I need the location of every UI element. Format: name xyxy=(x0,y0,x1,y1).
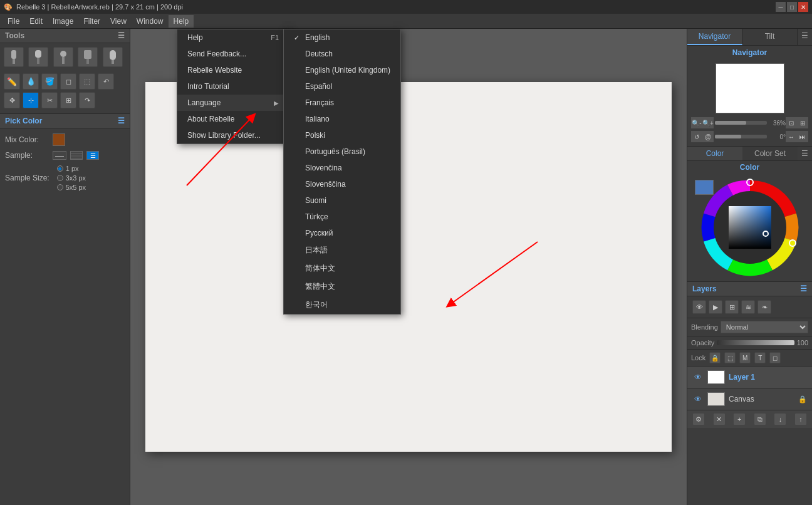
lock-paint-icon[interactable]: ◻ xyxy=(769,352,781,363)
menu-view[interactable]: View xyxy=(105,15,132,28)
color-wheel[interactable] xyxy=(700,177,800,278)
lang-suomi[interactable]: Suomi xyxy=(284,192,400,209)
fit-canvas-button[interactable]: ⊡ xyxy=(786,117,797,128)
tool-undo[interactable]: ↶ xyxy=(98,73,114,90)
tool-shape[interactable]: ◻ xyxy=(60,73,76,90)
lang-english[interactable]: ✓ English xyxy=(284,29,400,46)
sample-1px[interactable]: 1 px xyxy=(57,165,86,172)
help-item-language[interactable]: Language ▶ xyxy=(177,95,289,111)
zoom-slider[interactable] xyxy=(715,121,767,125)
tool-pen[interactable]: ✏️ xyxy=(4,73,20,90)
lang-francais[interactable]: Français xyxy=(284,95,400,111)
menu-file[interactable]: File xyxy=(3,15,24,28)
layer-delete-button[interactable]: ✕ xyxy=(713,413,726,425)
help-item-help[interactable]: Help F1 xyxy=(177,29,289,46)
layer-row[interactable]: 👁 Layer 1 xyxy=(687,367,812,388)
fit-window-button[interactable]: ⊞ xyxy=(797,117,808,128)
nav-menu-icon[interactable]: ☰ xyxy=(798,29,812,45)
pickcolor-menu-icon[interactable]: ☰ xyxy=(118,117,125,125)
layers-menu-icon[interactable]: ☰ xyxy=(800,284,807,293)
tool-brush5[interactable] xyxy=(103,47,123,67)
tool-scissors[interactable]: ✂ xyxy=(41,92,58,108)
minimize-button[interactable]: ─ xyxy=(776,2,786,12)
lang-italiano[interactable]: Italiano xyxy=(284,111,400,127)
sample-3px[interactable]: 3x3 px xyxy=(57,174,86,182)
sample-lines-icon[interactable] xyxy=(70,151,83,160)
layer-icon-merge[interactable]: ⊞ xyxy=(725,300,739,314)
flip-h-button[interactable]: ↔ xyxy=(786,131,797,142)
tool-fill[interactable]: 🪣 xyxy=(41,73,58,90)
tool-move[interactable]: ✥ xyxy=(4,92,20,108)
help-item-website[interactable]: Rebelle Website xyxy=(177,62,289,78)
zoom-in-button[interactable]: 🔍+ xyxy=(702,117,714,128)
canvas-row[interactable]: 👁 Canvas 🔒 xyxy=(687,388,812,410)
tool-eyedropper[interactable]: 💧 xyxy=(23,73,39,90)
layer-icon-dry[interactable]: ≋ xyxy=(741,300,755,314)
tool-redo[interactable]: ↷ xyxy=(79,92,95,108)
lang-slovencina[interactable]: Slovenčina xyxy=(284,160,400,176)
tool-transform[interactable]: ⊞ xyxy=(60,92,76,108)
mix-color-swatch[interactable] xyxy=(53,133,65,146)
lock-all-icon[interactable]: 🔒 xyxy=(709,352,721,363)
lang-portugues[interactable]: Português (Brasil) xyxy=(284,143,400,160)
rotate-left-button[interactable]: ↺ xyxy=(691,131,702,142)
zoom-out-button[interactable]: 🔍- xyxy=(691,117,702,128)
rotation-slider[interactable] xyxy=(715,135,767,138)
help-item-about[interactable]: About Rebelle xyxy=(177,111,289,127)
blending-select[interactable]: Normal Multiply Screen Overlay xyxy=(721,321,808,333)
lang-chinese-traditional[interactable]: 繁體中文 xyxy=(284,278,400,296)
lang-slovenscina[interactable]: Slovenščina xyxy=(284,176,400,192)
tools-menu-icon[interactable]: ☰ xyxy=(118,31,125,40)
layer-settings-button[interactable]: ⚙ xyxy=(692,413,705,425)
lang-english-uk[interactable]: English (United Kingdom) xyxy=(284,62,400,78)
tab-color[interactable]: Color xyxy=(687,147,742,160)
layer-add-button[interactable]: + xyxy=(733,413,746,425)
menu-image[interactable]: Image xyxy=(48,15,78,28)
lock-t-icon[interactable]: T xyxy=(754,352,766,363)
layer-icon-play[interactable]: ▶ xyxy=(709,300,722,314)
rotate-right-button[interactable]: @ xyxy=(702,131,714,142)
layer-icon-visibility[interactable]: 👁 xyxy=(692,300,706,314)
help-item-feedback[interactable]: Send Feedback... xyxy=(177,46,289,62)
sample-list-icon[interactable]: ☰ xyxy=(86,151,99,160)
lang-russian[interactable]: Русский xyxy=(284,225,400,241)
lock-m-icon[interactable]: M xyxy=(739,352,751,363)
sample-5px[interactable]: 5x5 px xyxy=(57,184,86,191)
lang-deutsch[interactable]: Deutsch xyxy=(284,46,400,62)
tab-tilt[interactable]: Tilt xyxy=(742,29,798,45)
maximize-button[interactable]: □ xyxy=(787,2,797,12)
lang-espanol[interactable]: Español xyxy=(284,78,400,95)
tab-navigator[interactable]: Navigator xyxy=(687,29,742,45)
layer-copy-button[interactable]: ⧉ xyxy=(754,413,766,425)
lang-polski[interactable]: Polski xyxy=(284,127,400,143)
color-preview-swatch[interactable] xyxy=(695,180,714,195)
menu-filter[interactable]: Filter xyxy=(78,15,105,28)
layer-move-down-button[interactable]: ↓ xyxy=(774,413,786,425)
tool-select[interactable]: ⬚ xyxy=(79,73,95,90)
canvas-eye-icon[interactable]: 👁 xyxy=(692,393,704,405)
flip-v-button[interactable]: ⏭ xyxy=(797,131,808,142)
opacity-slider[interactable] xyxy=(717,340,794,345)
lock-trans-icon[interactable]: ⬚ xyxy=(724,352,736,363)
tab-color-set[interactable]: Color Set xyxy=(742,147,798,160)
lang-chinese-simplified[interactable]: 简体中文 xyxy=(284,259,400,278)
color-menu-icon[interactable]: ☰ xyxy=(798,147,812,160)
menu-help[interactable]: Help xyxy=(169,15,194,28)
layer-icon-flow[interactable]: ❧ xyxy=(757,300,771,314)
lang-japanese[interactable]: 日本語 xyxy=(284,241,400,259)
lang-turkce[interactable]: Türkçe xyxy=(284,209,400,225)
tool-brush1[interactable] xyxy=(4,47,24,67)
layer-move-up-button[interactable]: ↑ xyxy=(794,413,807,425)
menu-window[interactable]: Window xyxy=(132,15,169,28)
nav-preview[interactable] xyxy=(716,63,784,113)
lang-korean[interactable]: 한국어 xyxy=(284,296,400,314)
canvas-lock-icon[interactable]: 🔒 xyxy=(798,395,807,403)
tool-active[interactable]: ⊹ xyxy=(23,92,39,108)
help-item-intro[interactable]: Intro Tutorial xyxy=(177,78,289,95)
menu-edit[interactable]: Edit xyxy=(24,15,48,28)
close-button[interactable]: ✕ xyxy=(798,2,808,12)
tool-brush2[interactable] xyxy=(28,47,48,67)
layer-eye-icon[interactable]: 👁 xyxy=(692,372,704,383)
tool-brush3[interactable] xyxy=(53,47,73,67)
sample-dash-icon[interactable]: — xyxy=(53,151,66,160)
